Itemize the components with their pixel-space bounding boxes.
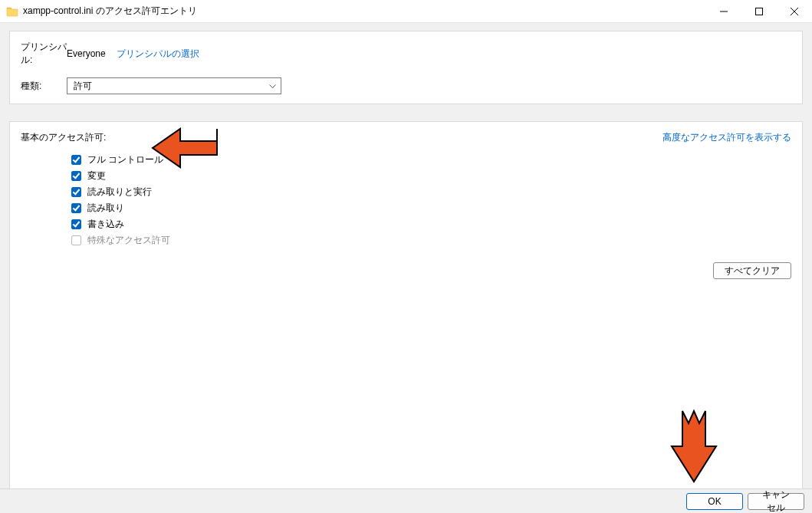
folder-icon xyxy=(6,5,18,18)
minimize-button[interactable] xyxy=(706,0,741,23)
basic-permissions-label: 基本のアクセス許可: xyxy=(21,131,106,144)
permission-label: 書き込み xyxy=(87,218,124,231)
permission-label: 読み取りと実行 xyxy=(87,186,152,199)
permissions-list: フル コントロール変更読み取りと実行読み取り書き込み特殊なアクセス許可 xyxy=(71,152,791,248)
clear-all-button[interactable]: すべてクリア xyxy=(713,262,791,279)
maximize-button[interactable] xyxy=(741,0,777,23)
permission-checkbox xyxy=(71,235,81,245)
ok-button[interactable]: OK xyxy=(686,493,743,510)
type-select-value: 許可 xyxy=(74,80,92,93)
permission-item[interactable]: 書き込み xyxy=(71,216,791,232)
type-label: 種類: xyxy=(21,80,67,93)
permission-label: 特殊なアクセス許可 xyxy=(87,234,170,247)
permission-checkbox[interactable] xyxy=(71,203,81,213)
dialog-footer: OK キャンセル xyxy=(0,488,812,513)
principal-panel: プリンシパル: Everyone プリンシパルの選択 種類: 許可 xyxy=(9,31,803,104)
permission-item[interactable]: フル コントロール xyxy=(71,152,791,168)
titlebar: xampp-control.ini のアクセス許可エントリ xyxy=(0,0,812,23)
select-principal-link[interactable]: プリンシパルの選択 xyxy=(117,48,199,61)
permission-checkbox[interactable] xyxy=(71,155,81,165)
permission-checkbox[interactable] xyxy=(71,219,81,229)
svg-rect-0 xyxy=(756,8,763,15)
show-advanced-link[interactable]: 高度なアクセス許可を表示する xyxy=(662,131,791,144)
permission-label: フル コントロール xyxy=(87,153,163,166)
permission-item[interactable]: 変更 xyxy=(71,168,791,184)
permission-label: 読み取り xyxy=(87,202,124,215)
principal-value: Everyone xyxy=(67,48,106,59)
type-select[interactable]: 許可 xyxy=(67,77,281,94)
permissions-panel: 基本のアクセス許可: 高度なアクセス許可を表示する フル コントロール変更読み取… xyxy=(9,121,803,489)
permission-item[interactable]: 読み取りと実行 xyxy=(71,184,791,200)
close-button[interactable] xyxy=(777,0,812,23)
permission-label: 変更 xyxy=(87,169,106,183)
chevron-down-icon xyxy=(269,82,276,90)
principal-label: プリンシパル: xyxy=(21,41,67,67)
window-title: xampp-control.ini のアクセス許可エントリ xyxy=(23,5,197,18)
cancel-button[interactable]: キャンセル xyxy=(748,493,804,510)
permission-item: 特殊なアクセス許可 xyxy=(71,232,791,248)
permission-item[interactable]: 読み取り xyxy=(71,200,791,216)
permission-checkbox[interactable] xyxy=(71,187,81,197)
permission-checkbox[interactable] xyxy=(71,171,81,181)
